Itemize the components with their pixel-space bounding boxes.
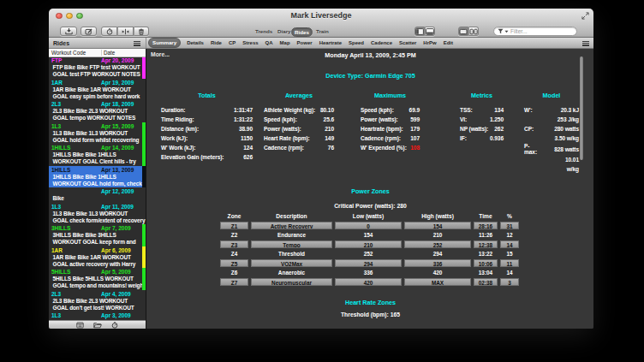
tiled-view-button[interactable] [468,27,479,36]
ride-date: Apr 18, 2009 [101,101,134,107]
zone-row-z6: Z6Anaerobic33642013:0414 [220,268,519,277]
lowbar-toggle-button[interactable] [425,27,435,36]
ride-color-bar [142,122,146,144]
calendar-icon[interactable] [76,322,84,329]
tab-stress[interactable]: Stress [239,40,261,45]
ride-color-bar [142,246,146,268]
workout-code: 1AR [51,247,63,253]
zone-cell: 11:26 [474,231,498,239]
workout-code: 1AR [51,80,63,86]
ride-description: WORKOUT GOAL keep form and [49,239,146,246]
sidebar-toggle-button[interactable] [414,27,425,36]
ride-list-item[interactable]: 1L3Apr 11, 20091L3 Bike Bike 1L3 WORKOUT… [49,203,146,224]
ride-date: Apr 12, 2009 [101,188,134,194]
tab-hrpw[interactable]: HrPw [420,40,439,45]
folder-icon[interactable] [93,322,102,329]
ride-list-item[interactable]: Apr 12, 2009Bike [49,187,146,202]
heart-rate-zones-title: Heart Rate Zones [147,299,593,306]
zone-cell: 336 [404,259,471,267]
ride-list-item[interactable]: 5HILLSApr 5, 20095HILLS Bike 5HILLS WORK… [49,268,146,289]
metric-value: 828 watts [554,146,579,152]
zone-cell: Active Recovery [251,222,332,229]
tabbar-menu-icon[interactable] [582,41,589,46]
tab-cp[interactable]: CP [225,40,239,45]
column-date[interactable]: Date [101,50,115,56]
zone-cell: 3 [500,278,519,286]
ride-description: GOAL easy spim before hard work [49,93,146,100]
column-workout-code[interactable]: Workout Code [51,50,86,56]
tab-details[interactable]: Details [183,40,207,45]
zone-cell: 420 [335,278,402,286]
zone-cell: 11 [500,259,519,267]
ride-list-item[interactable]: 1L3Apr 3, 2009 [49,312,146,319]
compose-icon [85,28,92,35]
filter-field[interactable] [493,27,577,36]
ride-date: Apr 13, 2009 [101,167,134,173]
ride-description: WORKOUT GOAL hold form, check [49,181,146,187]
scope-trends[interactable]: Trends [255,28,272,34]
filter-input[interactable] [510,28,570,34]
zone-cell: 252 [404,240,471,248]
tab-qa[interactable]: QA [262,40,277,45]
ride-list-item[interactable]: 3HILLSApr 7, 20093HILLS Bike Bike 3HILLS… [49,224,146,246]
compose-button[interactable] [80,27,97,36]
metric-value: 1:31:47 [234,107,253,113]
fullscreen-icon[interactable] [581,12,589,20]
column-title: Averages [247,92,351,99]
metric-row: Distance (km):38.90 [161,124,253,134]
ride-color-bar [142,268,146,289]
tab-cadence[interactable]: Cadence [367,40,396,45]
stopwatch-button[interactable] [101,27,117,36]
ride-list-item[interactable]: 1ARApr 6, 20091AR Bike Bike 1AR WORKOUTG… [49,246,146,268]
metric-value: 210 [325,126,334,132]
zone-cell: 210 [335,240,402,248]
zones-column-header: Time [474,213,498,221]
tab-summary[interactable]: Summary [148,38,181,48]
trash-icon [138,28,145,35]
metric-value: 108 [410,145,420,151]
ride-list-item[interactable]: 2L3Apr 4, 20092L3 Bike Bike 2L3 WORKOUTG… [49,290,146,312]
tab-speed[interactable]: Speed [345,40,367,45]
tab-map[interactable]: Map [277,40,294,45]
metric-value: 280 watts [554,126,579,132]
metric-value: 1150 [241,135,253,141]
tab-ride[interactable]: Ride [207,40,225,45]
metric-value: 69.9 [409,107,420,113]
ride-date: Apr 20, 2009 [101,57,134,63]
workout-code: 2L3 [51,291,61,297]
scope-train[interactable]: Train [316,28,329,34]
metric-row: W' Work (kJ):124 [161,143,253,152]
metric-value: w/kg [567,166,579,172]
ride-description: 3HILLS Bike Bike 3HILLS [49,232,146,239]
summary-panel: More... Monday April 13, 2009, 2:45 PM D… [147,49,593,329]
ride-list-item[interactable]: 2L3Apr 18, 20092L3 Bike Bike 2L3 WORKOUT… [49,100,146,122]
scrollbar[interactable] [580,56,583,160]
ride-list-item[interactable]: 1HILLSApr 14, 20091HILLS Bike Bike 1HILL… [49,144,146,165]
zone-row-z4: Z4Threshold25229413:2215 [220,249,519,258]
download-button[interactable] [60,27,77,36]
metric-row: TSS:134 [460,105,504,115]
sidebar-column-header[interactable]: Workout Code Date [49,49,146,57]
ride-list-item[interactable]: 1L3Apr 15, 20091L3 Bike Bike 1L3 WORKOUT… [49,122,146,144]
split-view-button[interactable] [117,27,134,36]
title-bar[interactable]: Mark Liversedge [49,9,593,22]
zone-cell: Z7 [220,278,248,286]
tab-scatter[interactable]: Scatter [396,40,420,45]
stopwatch-icon[interactable] [111,322,118,329]
tab-heartrate[interactable]: Heartrate [316,40,345,45]
metric-value: 262 [494,126,504,132]
metric-label: Speed (kph): [361,107,394,113]
ride-list-item[interactable]: 1ARApr 19, 20091AR Bike Bike 1AR WORKOUT… [49,79,146,100]
ride-list-item[interactable]: FTPApr 20, 2009FTP Bike Bike FTP test WO… [49,57,146,79]
sidebar-menu-icon[interactable] [134,41,140,46]
scope-diary[interactable]: Diary [277,28,290,34]
scope-rides[interactable]: Rides [291,27,313,38]
tab-edit[interactable]: Edit [440,40,456,45]
tabbed-view-button[interactable] [458,27,468,36]
trash-button[interactable] [134,27,149,36]
zones-column-header: Zone [220,213,248,221]
metric-label: Time Riding: [161,116,194,122]
ride-list-item[interactable]: 1HILLSApr 13, 20091HILLS Bike Bike 1HILL… [49,166,146,187]
tab-power[interactable]: Power [294,40,316,45]
metric-row: Heartrate (bpm):179 [361,124,420,134]
